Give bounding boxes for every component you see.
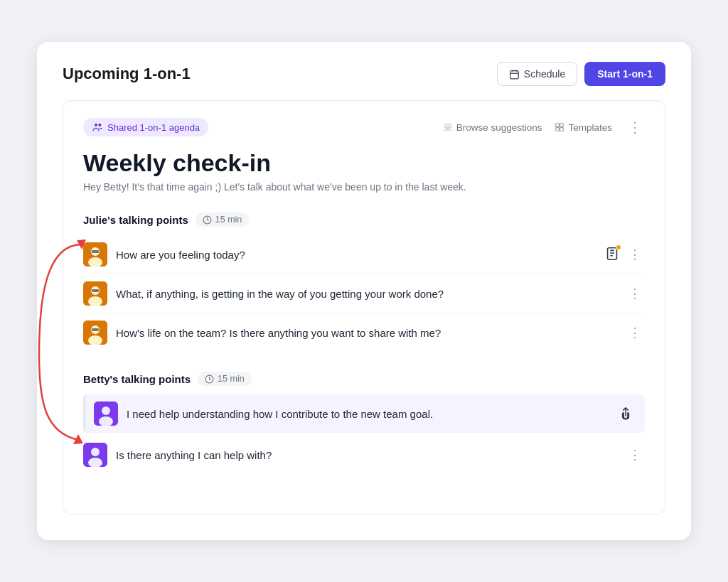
julie-section: Julie's talking points 15 min [83,212,645,352]
templates-button[interactable]: Templates [555,122,612,133]
users-icon [92,122,103,133]
inner-card: Shared 1-on-1 agenda Browse suggestions … [63,100,665,514]
betty-avatar-img-2 [83,443,107,467]
point-2-more-button[interactable]: ⋮ [626,284,645,303]
betty-point-1: I need help understanding how I contribu… [83,394,645,433]
svg-rect-0 [510,70,518,78]
top-actions: Schedule Start 1-on-1 [497,62,665,86]
schedule-button[interactable]: Schedule [497,62,577,86]
julie-avatar-3 [83,320,107,345]
agenda-actions: Browse suggestions Templates ⋮ [443,120,645,134]
betty-point-2-text: Is there anything I can help with? [116,449,617,461]
betty-section-title: Betty's talking points [83,373,191,385]
annotation-arrows [32,212,89,511]
julie-time-label: 15 min [215,215,242,225]
betty-point-2: Is there anything I can help with? ⋮ [83,436,645,474]
hand-pointer-icon [616,404,635,423]
shared-badge-label: Shared 1-on-1 agenda [107,122,200,133]
point-3-more-button[interactable]: ⋮ [626,323,645,342]
betty-point-2-more-button[interactable]: ⋮ [626,446,645,464]
julie-point-2-text: What, if anything, is getting in the way… [116,288,617,300]
svg-marker-11 [73,434,83,444]
julie-section-header: Julie's talking points 15 min [83,212,645,227]
julie-avatar-img [83,242,107,266]
meeting-description: Hey Betty! It's that time again ;) Let's… [83,181,645,193]
drag-cursor-icon [615,403,636,424]
betty-time-label: 15 min [218,374,245,384]
svg-rect-22 [92,289,99,292]
julie-point-1-text: How are you feeling today? [116,249,594,261]
point-1-more-button[interactable]: ⋮ [626,245,645,264]
julie-point-2-actions: ⋮ [626,284,645,303]
note-button-1[interactable] [603,244,621,265]
betty-avatar-1 [94,402,118,426]
betty-section-header: Betty's talking points 15 min [83,372,645,386]
betty-avatar-img-1 [94,402,118,426]
svg-rect-17 [92,250,99,253]
julie-avatar-img-2 [83,281,107,306]
agenda-header: Shared 1-on-1 agenda Browse suggestions … [83,118,645,136]
svg-rect-8 [560,124,564,127]
julie-point-1-actions: ⋮ [603,244,645,265]
content-with-arrows: Julie's talking points 15 min [83,212,645,474]
julie-point-2: What, if anything, is getting in the way… [83,274,645,313]
templates-label: Templates [568,122,612,133]
betty-point-2-actions: ⋮ [626,446,645,464]
svg-point-5 [98,124,101,126]
julie-avatar-1 [83,242,107,266]
julie-avatar-2 [83,281,107,306]
julie-section-title: Julie's talking points [83,214,188,226]
clock-icon [203,215,212,225]
betty-time-badge: 15 min [198,372,252,386]
start-button[interactable]: Start 1-on-1 [584,62,665,86]
calendar-icon [509,69,520,80]
betty-point-1-actions [615,403,636,424]
svg-point-32 [91,448,100,456]
note-dot [616,244,621,250]
svg-rect-26 [92,328,99,331]
browse-suggestions-button[interactable]: Browse suggestions [443,122,542,133]
julie-point-3-actions: ⋮ [626,323,645,342]
svg-point-6 [446,126,449,129]
betty-avatar-2 [83,443,107,467]
svg-rect-7 [556,124,560,127]
top-bar: Upcoming 1-on-1 Schedule Start 1-on-1 [63,62,665,86]
agenda-more-button[interactable]: ⋮ [625,120,645,134]
svg-point-4 [95,124,97,126]
schedule-label: Schedule [524,68,565,80]
meeting-title: Weekly check-in [83,149,645,177]
betty-section: Betty's talking points 15 min [83,372,645,474]
svg-rect-9 [556,128,560,131]
start-label: Start 1-on-1 [597,68,653,80]
templates-icon [555,122,564,132]
svg-rect-18 [608,247,617,259]
julie-avatar-img-3 [83,320,107,345]
clock-icon-2 [205,374,214,384]
julie-point-3: How's life on the team? Is there anythin… [83,313,645,352]
shared-badge: Shared 1-on-1 agenda [83,118,208,136]
svg-rect-10 [560,128,564,131]
page-title: Upcoming 1-on-1 [63,65,191,83]
svg-point-29 [102,406,110,415]
julie-time-badge: 15 min [196,212,250,227]
sparkle-icon [443,122,453,132]
browse-suggestions-label: Browse suggestions [456,122,542,133]
julie-point-1: How are you feeling today? ⋮ [83,235,645,274]
outer-card: Upcoming 1-on-1 Schedule Start 1-on-1 Sh [37,42,691,540]
julie-point-3-text: How's life on the team? Is there anythin… [116,327,617,339]
betty-point-1-text: I need help understanding how I contribu… [127,408,606,420]
